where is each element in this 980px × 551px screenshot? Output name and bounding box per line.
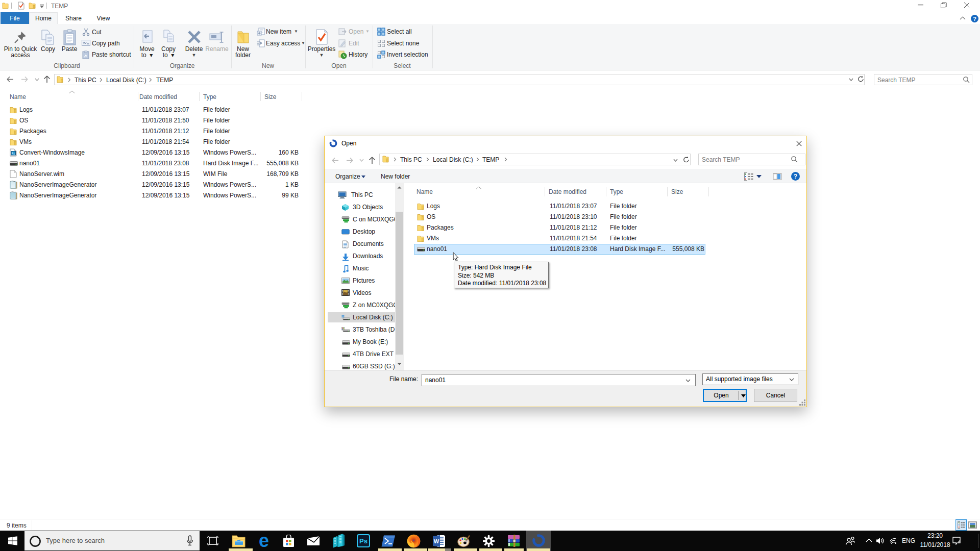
svg-text:W: W [434,538,439,544]
